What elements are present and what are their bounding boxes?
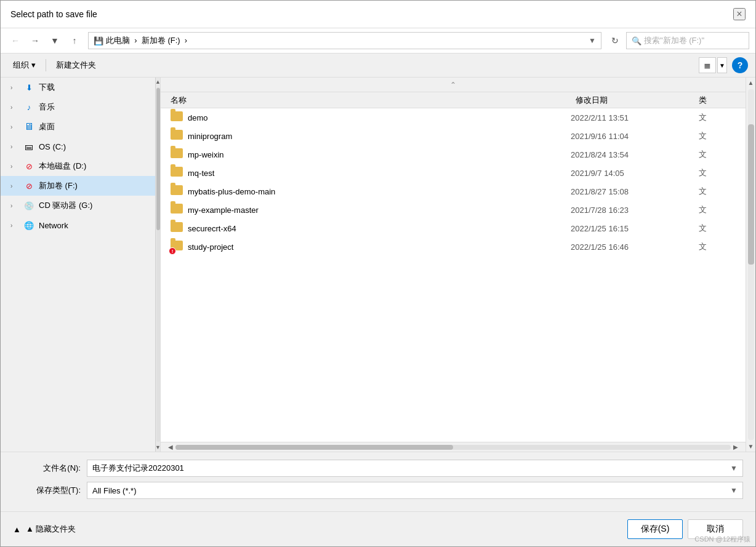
sidebar-label-downloads: 下载 <box>39 82 55 93</box>
filename-dropdown-icon[interactable]: ▼ <box>730 464 738 473</box>
address-dropdown-icon[interactable]: ▼ <box>589 36 596 45</box>
organize-button[interactable]: 组织 ▾ <box>8 57 41 73</box>
view-toggle-button[interactable]: ≣ <box>699 57 716 73</box>
view-dropdown-button[interactable]: ▼ <box>717 57 727 73</box>
up-icon: ↑ <box>73 36 77 46</box>
file-type-my-example: 文 <box>699 204 736 215</box>
file-panel-header: ⌃ <box>161 78 746 92</box>
file-item-mybatis[interactable]: mybatis-plus-demo-main 2021/8/27 15:08 文 <box>161 182 746 201</box>
chevron-right-icon: › <box>10 124 19 130</box>
file-item-demo[interactable]: demo 2022/2/11 13:51 文 <box>161 108 746 127</box>
bottom-form: 文件名(N): 电子券支付记录20220301 ▼ 保存类型(T): All F… <box>1 452 755 511</box>
col-name-header[interactable]: 名称 <box>171 95 576 106</box>
sidebar-label-network: Network <box>39 221 68 230</box>
file-date-study-project: 2022/1/25 16:46 <box>571 242 694 252</box>
up-button[interactable]: ↑ <box>66 32 83 49</box>
file-type-mp-weixin: 文 <box>699 149 736 160</box>
address-text: 此电脑 › 新加卷 (F:) › <box>106 35 586 46</box>
dialog-title: Select path to save file <box>10 9 97 19</box>
sidebar-item-cd-g[interactable]: › 💿 CD 驱动器 (G:) <box>1 196 155 215</box>
new-folder-button[interactable]: 新建文件夹 <box>51 57 101 73</box>
filename-value: 电子券支付记录20220301 <box>92 463 730 474</box>
file-date-mp-weixin: 2021/8/24 13:54 <box>571 150 694 159</box>
refresh-button[interactable]: ↻ <box>606 32 624 49</box>
sidebar-item-os-c[interactable]: › 🖴 OS (C:) <box>1 137 155 156</box>
folder-icon-miniprogram <box>171 130 183 142</box>
chevron-right-icon: › <box>10 143 19 150</box>
horizontal-scrollbar[interactable] <box>175 445 731 450</box>
file-date-mq-test: 2021/9/7 14:05 <box>571 169 694 178</box>
collapse-icon[interactable]: ⌃ <box>450 81 456 89</box>
folder-icon-study-project: ! <box>171 241 183 253</box>
file-item-my-example[interactable]: my-example-master 2021/7/28 16:23 文 <box>161 201 746 219</box>
chevron-right-icon: › <box>10 84 19 91</box>
hide-folders-button[interactable]: ▲ ▲ 隐藏文件夹 <box>13 524 76 535</box>
vertical-scroll-track[interactable] <box>748 89 754 440</box>
file-name-miniprogram: miniprogram <box>188 132 566 141</box>
back-button[interactable]: ← <box>7 32 24 49</box>
file-date-my-example: 2021/7/28 16:23 <box>571 206 694 215</box>
sidebar-label-xinjia-f: 新加卷 (F:) <box>39 180 78 191</box>
sidebar-scrollbar[interactable]: ▲ ▼ <box>155 78 160 452</box>
sidebar-item-local-d[interactable]: › ⊘ 本地磁盘 (D:) <box>1 156 155 176</box>
file-item-miniprogram[interactable]: miniprogram 2021/9/16 11:04 文 <box>161 127 746 145</box>
scroll-up-arrow[interactable]: ▲ <box>746 78 755 88</box>
filetype-label: 保存类型(T): <box>13 485 87 496</box>
col-date-header[interactable]: 修改日期 <box>576 95 699 106</box>
sidebar-item-downloads[interactable]: › ⬇ 下载 <box>1 78 155 97</box>
filetype-row: 保存类型(T): All Files (*.*) ▼ <box>13 482 743 499</box>
file-date-miniprogram: 2021/9/16 11:04 <box>571 132 694 141</box>
error-badge: ! <box>169 247 176 255</box>
cd-g-icon: 💿 <box>23 201 35 210</box>
file-name-my-example: my-example-master <box>188 206 566 215</box>
save-button[interactable]: 保存(S) <box>627 519 683 539</box>
filename-input[interactable]: 电子券支付记录20220301 ▼ <box>87 460 743 477</box>
scroll-right-arrow[interactable]: ▶ <box>731 444 741 450</box>
forward-button[interactable]: → <box>26 32 44 49</box>
filetype-select[interactable]: All Files (*.*) ▼ <box>87 482 743 499</box>
folder-icon-mybatis <box>171 185 183 198</box>
close-button[interactable]: × <box>733 8 746 20</box>
chevron-down-icon: ▼ <box>50 36 59 46</box>
chevron-right-icon: › <box>10 163 19 170</box>
filetype-dropdown-icon[interactable]: ▼ <box>730 486 738 495</box>
search-bar[interactable]: 🔍 搜索"新加卷 (F:)" <box>626 32 749 49</box>
dropdown-button[interactable]: ▼ <box>46 32 63 49</box>
file-type-mq-test: 文 <box>699 167 736 178</box>
scroll-left-arrow[interactable]: ◀ <box>166 444 175 450</box>
drive-f-icon: ⊘ <box>23 182 35 191</box>
sidebar-item-music[interactable]: › ♪ 音乐 <box>1 97 155 117</box>
file-item-mq-test[interactable]: mq-test 2021/9/7 14:05 文 <box>161 164 746 182</box>
sidebar-item-desktop[interactable]: › 🖥 桌面 <box>1 117 155 137</box>
vertical-scrollbar[interactable]: ▲ ▼ <box>746 78 755 452</box>
folder-icon-demo <box>171 111 183 124</box>
chevron-right-icon: › <box>10 222 19 229</box>
navigation-bar: ← → ▼ ↑ 💾 此电脑 › 新加卷 (F:) › ▼ ↻ 🔍 搜索"新加卷 … <box>1 28 755 54</box>
address-bar[interactable]: 💾 此电脑 › 新加卷 (F:) › ▼ <box>88 32 601 49</box>
sidebar-scroll-track <box>156 87 160 442</box>
drive-c-icon: 🖴 <box>23 142 35 151</box>
col-type-header[interactable]: 类 <box>699 95 736 106</box>
help-button[interactable]: ? <box>732 57 748 73</box>
action-row: ▲ ▲ 隐藏文件夹 保存(S) 取消 <box>1 511 755 546</box>
hide-folders-label: ▲ 隐藏文件夹 <box>26 524 76 535</box>
search-icon: 🔍 <box>632 36 641 46</box>
sidebar-item-network[interactable]: › 🌐 Network <box>1 215 155 235</box>
file-item-study-project[interactable]: ! study-project 2022/1/25 16:46 文 <box>161 238 746 256</box>
forward-icon: → <box>31 36 39 46</box>
sidebar-item-xinjia-f[interactable]: › ⊘ 新加卷 (F:) <box>1 176 155 196</box>
file-list-panel: ⌃ 名称 修改日期 类 demo 2022/2/11 13 <box>161 78 746 452</box>
vertical-scroll-thumb <box>748 124 754 265</box>
file-item-securecrt[interactable]: securecrt-x64 2022/1/25 16:15 文 <box>161 219 746 238</box>
file-type-mybatis: 文 <box>699 186 736 197</box>
sidebar-scroll-thumb <box>156 88 160 230</box>
sidebar-label-local-d: 本地磁盘 (D:) <box>39 161 86 172</box>
toolbar: 组织 ▾ 新建文件夹 ≣ ▼ ? <box>1 54 755 78</box>
file-date-mybatis: 2021/8/27 15:08 <box>571 187 694 196</box>
file-type-demo: 文 <box>699 112 736 123</box>
file-item-mp-weixin[interactable]: mp-weixin 2021/8/24 13:54 文 <box>161 145 746 164</box>
watermark: CSDN @12程序猿 <box>694 535 750 544</box>
horizontal-scrollbar-thumb <box>175 445 453 450</box>
file-column-headers: 名称 修改日期 类 <box>161 92 746 108</box>
scroll-down-arrow[interactable]: ▼ <box>746 441 755 452</box>
